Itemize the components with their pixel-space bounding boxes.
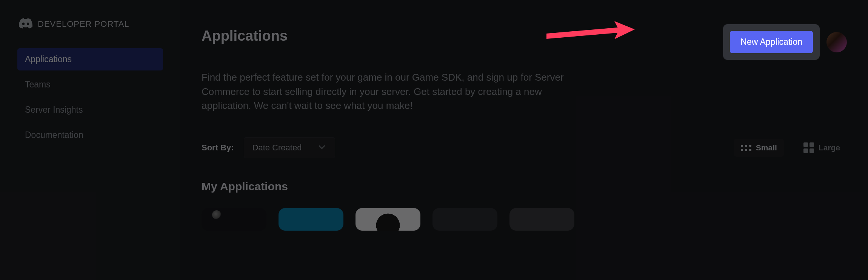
sort-label: Sort By: [202,143,234,153]
grid-large-icon [803,142,814,153]
brand-title: DEVELOPER PORTAL [38,19,129,29]
my-applications-title: My Applications [202,180,847,193]
sort-group: Sort By: Date Created [202,137,335,158]
sidebar-item-teams[interactable]: Teams [17,73,163,96]
view-toggle-large[interactable]: Large [797,138,847,158]
page-header: Applications New Application [202,24,847,60]
new-application-highlight: New Application [723,24,820,60]
sidebar-item-label: Documentation [25,130,83,140]
new-application-button[interactable]: New Application [730,31,813,53]
application-card[interactable] [432,208,497,231]
header-right: New Application [723,24,847,60]
main-content: Applications New Application Find the pe… [180,0,868,280]
avatar[interactable] [826,32,847,52]
page-description: Find the perfect feature set for your ga… [202,70,564,113]
sidebar-item-documentation[interactable]: Documentation [17,124,163,146]
view-toggle-label: Large [819,143,840,152]
sidebar-item-label: Applications [25,54,72,64]
sidebar-item-label: Teams [25,80,51,89]
sort-select[interactable]: Date Created [244,137,336,158]
sidebar-item-applications[interactable]: Applications [17,48,163,70]
chevron-down-icon [320,144,326,151]
discord-icon [19,18,32,30]
grid-small-icon [741,145,751,151]
sidebar: DEVELOPER PORTAL Applications Teams Serv… [0,0,180,280]
sidebar-item-label: Server Insights [25,105,83,115]
sort-selected-value: Date Created [252,143,302,153]
nav-list: Applications Teams Server Insights Docum… [17,48,163,146]
view-toggle-label: Small [756,143,777,152]
view-toggle-small[interactable]: Small [734,139,784,157]
application-card[interactable] [202,208,266,231]
page-title: Applications [202,28,288,44]
application-card[interactable] [356,208,420,231]
application-card[interactable] [509,208,574,231]
view-toggles: Small Large [734,138,847,158]
brand: DEVELOPER PORTAL [17,18,163,30]
application-cards [202,208,847,231]
controls-row: Sort By: Date Created Small La [202,137,847,158]
application-card[interactable] [279,208,343,231]
sidebar-item-server-insights[interactable]: Server Insights [17,99,163,121]
